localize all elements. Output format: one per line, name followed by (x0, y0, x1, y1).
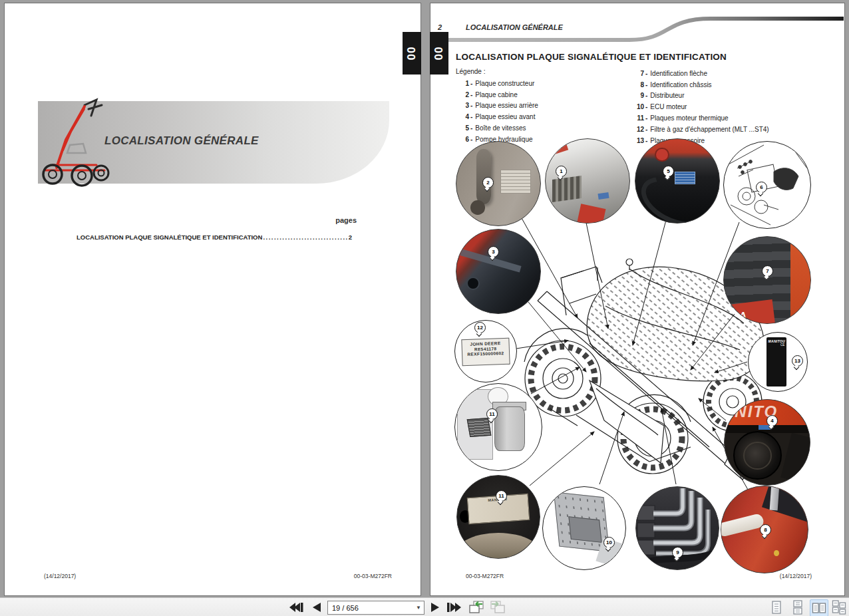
balloon-number: 13 (794, 358, 800, 364)
section-tab-right: 00 (430, 32, 448, 75)
continuous-view-icon (792, 600, 804, 615)
callout-balloon-12: 12 (474, 322, 486, 333)
callout-photo-boite-de-vitesses (635, 138, 720, 224)
callout-balloon-6: 6 (756, 182, 767, 193)
callout-photo-plaque-moteur-thermique: MANITOU (456, 475, 540, 559)
photo-detail (466, 418, 491, 437)
balloon-number: 9 (676, 549, 679, 555)
balloon-number: 12 (477, 325, 483, 331)
john-deere-plate: JOHN DEERE RE541178 REXF150000602 (461, 337, 510, 365)
toc-entry-page[interactable]: 2 (349, 233, 352, 241)
previous-view-button[interactable] (467, 600, 486, 615)
previous-page-button[interactable] (309, 600, 325, 615)
callout-photo-identification-fleche: MA (723, 236, 811, 324)
page-indicator[interactable]: 19 / 656 (328, 604, 413, 612)
balloon-number: 5 (667, 168, 669, 174)
section-tab-left: 00 (403, 32, 421, 75)
balloon-number: 11 (498, 493, 504, 499)
chapter-banner: LOCALISATION GÉNÉRALE (38, 101, 389, 184)
last-page-button[interactable] (446, 600, 462, 615)
callout-balloon-13: 13 (792, 355, 803, 367)
section-tab-label: 00 (432, 47, 446, 61)
last-page-icon (446, 602, 461, 613)
balloon-number: 3 (492, 249, 494, 255)
callout-balloon-5: 5 (663, 166, 674, 177)
plate-ce-mark: CE (766, 343, 786, 347)
callout-drawing-ecu-moteur (542, 486, 626, 570)
callout-balloon-2: 2 (482, 177, 494, 188)
pdf-viewer-window: 00 (0, 0, 849, 616)
plate-line: REXF150000602 (462, 350, 509, 357)
manitou-accessory-plate: MANITOU CE (766, 337, 786, 386)
next-view-button[interactable] (488, 600, 507, 615)
first-page-icon (289, 602, 304, 613)
photo-detail (552, 176, 582, 202)
single-page-view-button[interactable] (768, 599, 785, 615)
toc-entry-leader: .................................... (263, 233, 347, 241)
pdf-viewer-toolbar: 19 / 656 ▼ (0, 597, 849, 616)
balloon-number: 10 (606, 539, 612, 545)
toc-pages-label: pages (297, 216, 357, 224)
chapter-title: LOCALISATION GÉNÉRALE (104, 134, 259, 148)
balloon-number: 4 (770, 418, 773, 424)
photo-detail (466, 277, 480, 290)
left-page: 00 (4, 3, 421, 596)
photo-detail (774, 550, 779, 556)
section-tab-label: 00 (405, 47, 419, 61)
page-number-combobox[interactable]: 19 / 656 ▼ (327, 601, 424, 615)
photo-detail (655, 148, 669, 162)
left-page-doc-code: 00-03-M272FR (354, 573, 392, 579)
two-page-continuous-view-icon (832, 600, 846, 615)
left-page-date: (14/12/2017) (44, 573, 76, 579)
pump-line-art (724, 142, 810, 228)
callout-photo-plaque-essieu-arriere (456, 229, 541, 314)
callout-photo-plaque-cabine (456, 141, 541, 226)
photo-detail (494, 406, 525, 451)
callout-drawing-plaque-moteur (454, 383, 542, 471)
next-page-icon (430, 602, 440, 613)
callout-drawing-filtre-echappement-plaque: JOHN DEERE RE541178 REXF150000602 (454, 320, 517, 383)
callout-balloon-10: 10 (603, 537, 615, 548)
balloon-number: 2 (486, 180, 489, 186)
right-page: 00 2 LOCALISATION GÉNÉRALE LOCALISATION … (430, 3, 845, 596)
photo-detail (721, 513, 764, 538)
callout-balloon-4: 4 (766, 415, 778, 426)
photo-detail (568, 516, 601, 543)
balloon-number: 1 (560, 168, 562, 174)
two-page-continuous-view-button[interactable] (830, 599, 848, 615)
two-page-view-button[interactable] (810, 599, 828, 616)
callout-balloon-1: 1 (556, 166, 567, 177)
balloon-number: 7 (766, 268, 768, 274)
callout-photo-plaque-essieu-avant: NITO (724, 399, 810, 486)
two-page-view-icon (812, 602, 826, 614)
next-view-icon-disabled (489, 600, 506, 615)
photo-detail (578, 204, 606, 224)
single-page-view-icon (770, 601, 782, 614)
toc-entry-title[interactable]: LOCALISATION PLAQUE SIGNALÉTIQUE ET IDEN… (77, 233, 262, 241)
photo-detail (743, 442, 771, 470)
toc-entry[interactable]: LOCALISATION PLAQUE SIGNALÉTIQUE ET IDEN… (77, 233, 352, 241)
balloon-number: 11 (489, 411, 494, 417)
photo-detail (500, 170, 531, 194)
callout-drawing-pompe-hydraulique (723, 141, 811, 229)
callout-balloon-11: 11 (486, 408, 498, 420)
balloon-number: 6 (760, 184, 763, 190)
photo-detail (470, 200, 484, 214)
callout-balloon-11b: 11 (496, 490, 507, 502)
callout-balloon-8: 8 (760, 524, 771, 536)
previous-view-icon (468, 600, 485, 615)
callout-photo-plaque-constructeur (545, 138, 630, 224)
first-page-button[interactable] (289, 600, 305, 615)
callout-balloon-3: 3 (488, 246, 499, 257)
photo-detail (598, 192, 609, 200)
callout-balloon-9: 9 (672, 547, 683, 558)
callout-balloon-7: 7 (762, 265, 773, 277)
balloon-number: 8 (764, 527, 766, 533)
continuous-view-button[interactable] (789, 599, 806, 615)
next-page-button[interactable] (427, 600, 443, 615)
dropdown-caret-icon[interactable]: ▼ (413, 605, 424, 611)
previous-page-icon (312, 602, 321, 613)
